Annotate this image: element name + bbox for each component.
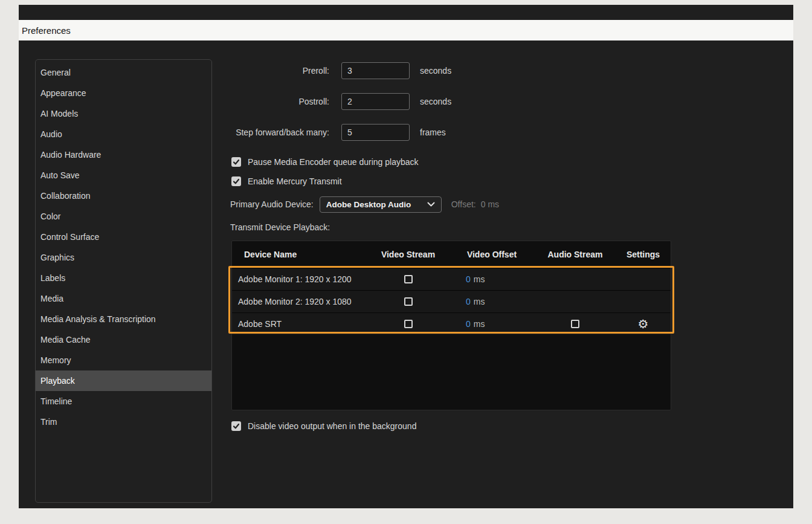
sidebar-item-trim[interactable]: Trim — [36, 412, 211, 432]
mercury-transmit-row: Enable Mercury Transmit — [231, 175, 342, 187]
pause-encoder-label: Pause Media Encoder queue during playbac… — [248, 157, 419, 167]
mercury-transmit-label: Enable Mercury Transmit — [248, 176, 342, 186]
table-row-monitor-1[interactable]: Adobe Monitor 1: 1920 x 1200 0ms — [232, 268, 671, 290]
header-video-offset: Video Offset — [450, 250, 533, 259]
audio-stream-checkbox[interactable] — [571, 320, 579, 328]
sidebar-item-playback[interactable]: Playback — [36, 370, 211, 391]
audio-offset-label: Offset: — [451, 199, 476, 209]
video-stream-checkbox[interactable] — [404, 320, 413, 328]
primary-audio-device-value: Adobe Desktop Audio — [326, 200, 427, 209]
title-bar[interactable]: Preferences — [19, 20, 793, 40]
sidebar-item-memory[interactable]: Memory — [36, 350, 211, 370]
transmit-device-table: Device Name Video Stream Video Offset Au… — [231, 241, 671, 410]
video-offset-value[interactable]: 0ms — [450, 297, 533, 306]
sidebar-item-auto-save[interactable]: Auto Save — [36, 165, 211, 186]
primary-audio-device-label: Primary Audio Device: — [230, 199, 314, 209]
primary-audio-device-dropdown[interactable]: Adobe Desktop Audio — [320, 196, 442, 213]
postroll-row: Postroll: seconds — [19, 93, 793, 110]
step-forward-input[interactable] — [341, 124, 410, 141]
sidebar-item-timeline[interactable]: Timeline — [36, 391, 211, 412]
table-row-adobe-srt[interactable]: Adobe SRT 0ms ⚙ — [232, 312, 671, 335]
device-name: Adobe Monitor 1: 1920 x 1200 — [232, 274, 366, 284]
preroll-row: Preroll: seconds — [19, 62, 793, 79]
step-forward-label: Step forward/back many: — [188, 124, 329, 141]
table-header-row: Device Name Video Stream Video Offset Au… — [232, 241, 671, 268]
dialog-title: Preferences — [22, 25, 71, 36]
sidebar-item-media-cache[interactable]: Media Cache — [36, 329, 211, 350]
check-icon — [233, 422, 240, 430]
step-forward-unit: frames — [420, 124, 446, 141]
postroll-unit: seconds — [420, 93, 451, 110]
transmit-device-playback-label: Transmit Device Playback: — [230, 222, 330, 232]
preroll-unit: seconds — [420, 62, 451, 79]
audio-offset-value: 0 ms — [481, 199, 499, 209]
disable-background-output-row: Disable video output when in the backgro… — [231, 420, 416, 432]
video-stream-checkbox[interactable] — [404, 297, 413, 306]
video-stream-checkbox[interactable] — [404, 275, 413, 283]
sidebar-item-collaboration[interactable]: Collaboration — [36, 186, 211, 206]
step-forward-row: Step forward/back many: frames — [19, 124, 793, 141]
header-device-name: Device Name — [232, 250, 366, 259]
header-settings: Settings — [617, 250, 669, 259]
device-name: Adobe SRT — [232, 319, 366, 329]
sidebar-item-color[interactable]: Color — [36, 206, 211, 227]
check-icon — [233, 158, 240, 166]
preroll-label: Preroll: — [188, 62, 329, 79]
postroll-input[interactable] — [341, 93, 410, 110]
sidebar-item-graphics[interactable]: Graphics — [36, 247, 211, 268]
sidebar-item-control-surface[interactable]: Control Surface — [36, 227, 211, 247]
postroll-label: Postroll: — [188, 93, 329, 110]
video-offset-value[interactable]: 0ms — [450, 274, 533, 284]
disable-background-output-checkbox[interactable] — [231, 421, 241, 431]
table-row-monitor-2[interactable]: Adobe Monitor 2: 1920 x 1080 0ms — [232, 290, 671, 312]
primary-audio-device-row: Primary Audio Device: Adobe Desktop Audi… — [230, 196, 499, 213]
video-offset-value[interactable]: 0ms — [450, 319, 533, 329]
preroll-input[interactable] — [341, 62, 410, 79]
pause-encoder-checkbox[interactable] — [231, 157, 241, 167]
device-name: Adobe Monitor 2: 1920 x 1080 — [232, 297, 366, 306]
sidebar-item-labels[interactable]: Labels — [36, 268, 211, 288]
header-audio-stream: Audio Stream — [533, 250, 617, 259]
chevron-down-icon — [427, 202, 435, 207]
sidebar-item-media-analysis[interactable]: Media Analysis & Transcription — [36, 309, 211, 329]
header-video-stream: Video Stream — [366, 250, 450, 259]
sidebar-item-media[interactable]: Media — [36, 288, 211, 309]
disable-background-output-label: Disable video output when in the backgro… — [248, 421, 416, 431]
pause-encoder-row: Pause Media Encoder queue during playbac… — [231, 156, 419, 168]
sidebar-item-audio-hardware[interactable]: Audio Hardware — [36, 144, 211, 165]
settings-gear-icon[interactable]: ⚙ — [638, 318, 649, 330]
mercury-transmit-checkbox[interactable] — [231, 176, 241, 186]
check-icon — [233, 178, 240, 185]
preferences-dialog: Preferences General Appearance AI Models… — [19, 5, 793, 508]
